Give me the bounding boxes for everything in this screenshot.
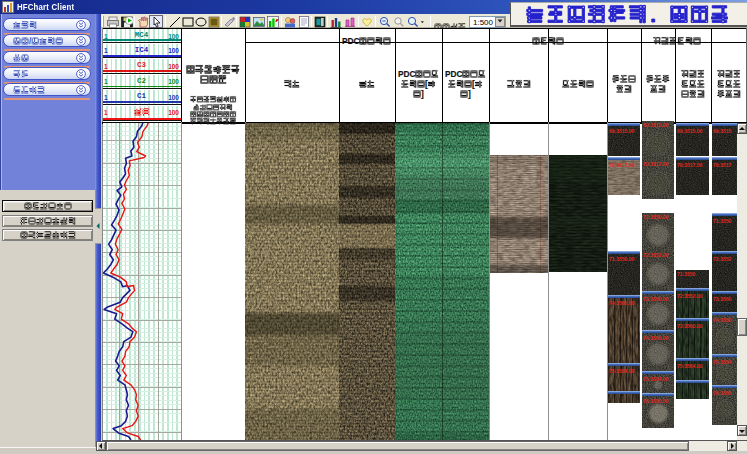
svg-text:PDC: PDC: [398, 69, 416, 79]
svg-text:PDC: PDC: [445, 69, 463, 79]
svg-text:]: ]: [421, 89, 424, 99]
svg-text:[: [: [425, 79, 428, 89]
svg-text:/: /: [29, 35, 32, 45]
svg-text:]: ]: [468, 89, 471, 99]
svg-text:[: [: [472, 79, 475, 89]
svg-text:PDC: PDC: [342, 36, 360, 46]
